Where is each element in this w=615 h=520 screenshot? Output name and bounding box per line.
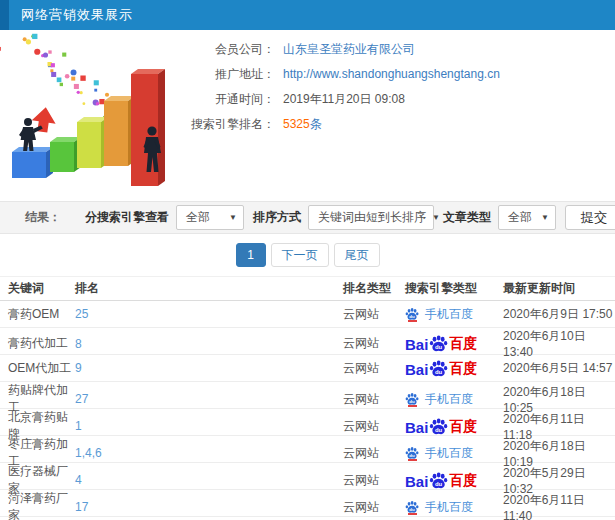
engine-cell: Bai du 百度 bbox=[405, 471, 503, 490]
rank-type-cell: 云网站 bbox=[343, 306, 405, 323]
header-keyword: 关键词 bbox=[8, 280, 75, 297]
bar-yellow bbox=[77, 117, 108, 168]
baidu-paw-icon: du bbox=[405, 392, 419, 406]
info-row: 推广地址：http://www.shandonghuangshengtang.c… bbox=[185, 66, 500, 91]
svg-text:du: du bbox=[435, 426, 443, 432]
keyword-cell: 菏泽膏药厂家 bbox=[8, 490, 75, 520]
table-row: 医疗器械厂家4云网站 Bai du 百度2020年5月29日 10:32 bbox=[0, 463, 615, 490]
info-label: 会员公司： bbox=[185, 41, 275, 66]
mobile-baidu-icon: du bbox=[405, 446, 419, 461]
engine-cell: Bai du 百度 bbox=[405, 417, 503, 436]
baidu-paw-icon: du bbox=[429, 417, 448, 436]
engine-label: 手机百度 bbox=[425, 306, 473, 323]
svg-text:du: du bbox=[435, 368, 443, 374]
updated-cell: 2020年6月9日 17:50 bbox=[503, 306, 615, 323]
table-body: 膏药OEM25云网站 du 手机百度2020年6月9日 17:50膏药代加工8云… bbox=[0, 301, 615, 517]
updated-cell: 2020年6月10日 13:40 bbox=[503, 328, 615, 359]
info-label: 推广地址： bbox=[185, 66, 275, 91]
svg-text:du: du bbox=[409, 452, 415, 457]
rank-type-cell: 云网站 bbox=[343, 391, 405, 408]
baidu-logo-bai: Bai bbox=[405, 419, 428, 436]
rank-link[interactable]: 17 bbox=[75, 500, 343, 514]
table-row: OEM代加工9云网站 Bai du 百度2020年6月5日 14:57 bbox=[0, 355, 615, 382]
page-title: 网络营销效果展示 bbox=[21, 6, 133, 24]
baidu-paw-icon: du bbox=[429, 471, 448, 490]
table-row: 枣庄膏药加工1,4,6云网站 du 手机百度2020年6月18日 10:19 bbox=[0, 436, 615, 463]
baidu-paw-icon: du bbox=[405, 500, 419, 514]
bar-orange bbox=[104, 96, 135, 166]
titlebar: 网络营销效果展示 bbox=[0, 0, 615, 30]
engine-cell: du 手机百度 bbox=[405, 306, 503, 323]
baidu-paw-icon: du bbox=[429, 334, 448, 353]
last-page-button[interactable]: 尾页 bbox=[334, 243, 380, 267]
baidu-logo-bai: Bai bbox=[405, 361, 428, 378]
header-rank-type: 排名类型 bbox=[343, 280, 405, 297]
pagination: 1 下一页 尾页 bbox=[0, 234, 615, 276]
baidu-paw-icon: du bbox=[405, 307, 419, 321]
rank-link[interactable]: 27 bbox=[75, 392, 343, 406]
engine-cell: du 手机百度 bbox=[405, 391, 503, 408]
engine-label: 手机百度 bbox=[425, 445, 473, 462]
rank-link[interactable]: 8 bbox=[75, 337, 343, 351]
rank-type-cell: 云网站 bbox=[343, 335, 405, 352]
baidu-logo: Bai du 百度 bbox=[405, 471, 477, 490]
table-row: 菏泽膏药厂家17云网站 du 手机百度2020年6月11日 11:40 bbox=[0, 490, 615, 517]
svg-text:du: du bbox=[409, 313, 415, 318]
info-label: 开通时间： bbox=[185, 91, 275, 116]
updated-cell: 2020年6月11日 11:40 bbox=[503, 492, 615, 520]
header-updated: 最新更新时间 bbox=[503, 280, 615, 297]
info-label: 搜索引擎排名： bbox=[185, 116, 275, 141]
result-label: 结果： bbox=[25, 209, 61, 226]
sort-select-value: 关键词由短到长排序 bbox=[318, 209, 426, 226]
rank-type-cell: 云网站 bbox=[343, 445, 405, 462]
rank-type-cell: 云网站 bbox=[343, 499, 405, 516]
article-type-select[interactable]: 全部 ▼ bbox=[498, 205, 556, 230]
page-1-button[interactable]: 1 bbox=[236, 243, 266, 267]
mobile-baidu-icon: du bbox=[405, 500, 419, 515]
ranking-unit: 条 bbox=[310, 117, 322, 131]
rank-link[interactable]: 1,4,6 bbox=[75, 446, 343, 460]
rank-type-cell: 云网站 bbox=[343, 472, 405, 489]
rank-type-cell: 云网站 bbox=[343, 418, 405, 435]
confetti-dots bbox=[0, 34, 113, 129]
engine-label: 手机百度 bbox=[425, 499, 473, 516]
article-type-label: 文章类型 bbox=[443, 209, 491, 226]
header-rank: 排名 bbox=[75, 280, 343, 297]
baidu-logo: Bai du 百度 bbox=[405, 417, 477, 436]
mobile-baidu-underline bbox=[408, 320, 417, 322]
info-value-link[interactable]: 山东皇圣堂药业有限公司 bbox=[283, 41, 415, 66]
rank-link[interactable]: 4 bbox=[75, 473, 343, 487]
next-page-button[interactable]: 下一页 bbox=[271, 243, 329, 267]
engine-cell: Bai du 百度 bbox=[405, 334, 503, 353]
rank-link[interactable]: 9 bbox=[75, 361, 343, 375]
titlebar-left-edge bbox=[0, 0, 9, 30]
rank-link[interactable]: 1 bbox=[75, 419, 343, 433]
keyword-cell: 膏药OEM bbox=[8, 306, 75, 323]
updated-cell: 2020年6月5日 14:57 bbox=[503, 360, 615, 377]
svg-text:du: du bbox=[409, 398, 415, 403]
sort-filter-label: 排序方式 bbox=[253, 209, 301, 226]
rank-link[interactable]: 25 bbox=[75, 307, 343, 321]
bar-blue bbox=[12, 147, 53, 178]
engine-select[interactable]: 全部 ▼ bbox=[176, 205, 244, 230]
baidu-logo-bai: Bai bbox=[405, 473, 428, 490]
mobile-baidu-underline bbox=[408, 405, 417, 407]
keyword-cell: OEM代加工 bbox=[8, 360, 75, 377]
svg-text:du: du bbox=[409, 506, 415, 511]
table-header-row: 关键词 排名 排名类型 搜索引擎类型 最新更新时间 bbox=[0, 276, 615, 301]
keyword-cell: 膏药代加工 bbox=[8, 335, 75, 352]
engine-cell: du 手机百度 bbox=[405, 445, 503, 462]
engine-cell: Bai du 百度 bbox=[405, 359, 503, 378]
submit-button[interactable]: 提交 bbox=[565, 205, 615, 230]
sort-select[interactable]: 关键词由短到长排序 ▼ bbox=[308, 205, 434, 230]
info-value: 2019年11月20日 09:08 bbox=[283, 91, 405, 116]
table-row: 膏药OEM25云网站 du 手机百度2020年6月9日 17:50 bbox=[0, 301, 615, 328]
mobile-baidu-underline bbox=[408, 513, 417, 515]
info-value-link[interactable]: http://www.shandonghuangshengtang.cn bbox=[283, 66, 500, 91]
results-table: 关键词 排名 排名类型 搜索引擎类型 最新更新时间 膏药OEM25云网站 du … bbox=[0, 276, 615, 517]
member-info: 会员公司：山东皇圣堂药业有限公司推广地址：http://www.shandong… bbox=[185, 30, 500, 192]
baidu-paw-icon: du bbox=[429, 359, 448, 378]
engine-filter-label: 分搜索引擎查看 bbox=[85, 209, 169, 226]
baidu-logo-cn: 百度 bbox=[449, 360, 477, 378]
bar-green bbox=[50, 137, 81, 172]
